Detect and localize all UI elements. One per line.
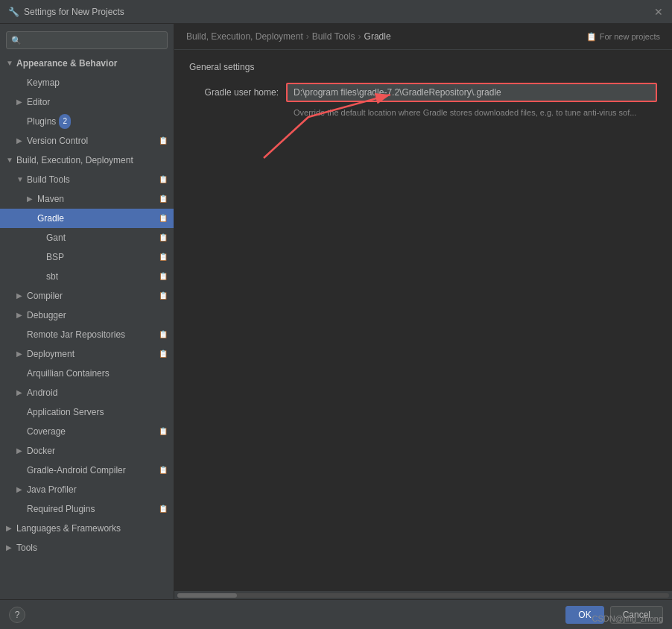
sidebar-item-maven[interactable]: Maven📋 <box>0 189 174 209</box>
close-button[interactable]: ✕ <box>654 6 663 18</box>
content-scrollbar[interactable] <box>174 590 672 599</box>
breadcrumb-sep-2: › <box>358 31 361 42</box>
sidebar-item-coverage[interactable]: Coverage📋 <box>0 422 174 441</box>
sidebar-item-gant[interactable]: Gant📋 <box>0 228 174 247</box>
hint-icon: 📋 <box>586 32 597 42</box>
arrow-icon <box>16 95 25 110</box>
bottom-bar: ? OK Cancel CSDN@jing_zhong <box>0 599 672 629</box>
sidebar-item-tools[interactable]: Tools <box>0 538 174 557</box>
sidebar-item-label: Tools <box>16 540 37 555</box>
title-bar-text: Settings for New Projects <box>24 7 124 17</box>
search-input[interactable] <box>25 35 162 45</box>
copy-icon: 📋 <box>159 269 168 284</box>
sidebar-item-sbt[interactable]: sbt📋 <box>0 267 174 286</box>
copy-icon: 📋 <box>159 463 168 478</box>
sidebar-item-version-control[interactable]: Version Control📋 <box>0 131 174 151</box>
sidebar-item-compiler[interactable]: Compiler📋 <box>0 286 174 306</box>
sidebar-item-keymap[interactable]: Keymap <box>0 73 174 92</box>
sidebar-item-label: Keymap <box>27 75 60 90</box>
sidebar-item-languages-frameworks[interactable]: Languages & Frameworks <box>0 519 174 538</box>
sidebar-item-label: Build, Execution, Deployment <box>16 153 133 168</box>
sidebar-item-label: Version Control <box>27 133 88 148</box>
sidebar-item-label: Compiler <box>27 288 63 303</box>
scrollbar-track <box>177 593 669 598</box>
sidebar-item-gradle[interactable]: Gradle📋 <box>0 209 174 228</box>
sidebar-item-editor[interactable]: Editor <box>0 92 174 112</box>
sidebar-item-bsp[interactable]: BSP📋 <box>0 247 174 267</box>
search-box[interactable]: 🔍 <box>6 31 168 49</box>
gradle-user-home-input-wrapper <box>286 83 657 102</box>
badge: 2 <box>59 114 71 129</box>
sidebar-item-docker[interactable]: Docker <box>0 441 174 461</box>
sidebar-item-label: Maven <box>37 192 64 206</box>
sidebar-item-remote-jar-repositories[interactable]: Remote Jar Repositories📋 <box>0 325 174 344</box>
breadcrumb-hint: 📋 For new projects <box>586 32 660 42</box>
sidebar-item-build-tools[interactable]: Build Tools📋 <box>0 170 174 189</box>
breadcrumb-part-1: Build, Execution, Deployment <box>186 31 303 42</box>
sidebar-item-application-servers[interactable]: Application Servers <box>0 402 174 422</box>
sidebar-item-deployment[interactable]: Deployment📋 <box>0 344 174 364</box>
cancel-button[interactable]: Cancel <box>610 606 663 624</box>
sidebar-item-label: Editor <box>27 95 50 110</box>
sidebar-item-label: Build Tools <box>27 172 70 187</box>
arrow-icon <box>16 288 25 303</box>
sidebar-item-label: Gradle <box>37 211 64 226</box>
copy-icon: 📋 <box>159 211 168 226</box>
help-button[interactable]: ? <box>9 607 25 623</box>
annotation-arrow-svg <box>174 50 672 199</box>
breadcrumb: Build, Execution, Deployment › Build Too… <box>174 24 672 50</box>
sidebar-item-label: Languages & Frameworks <box>16 521 121 536</box>
arrow-icon <box>6 153 15 168</box>
copy-icon: 📋 <box>159 250 168 265</box>
app-icon: 🔧 <box>7 6 19 18</box>
copy-icon: 📋 <box>159 502 168 516</box>
sidebar-item-label: Appearance & Behavior <box>16 56 117 71</box>
gradle-user-home-input[interactable] <box>286 83 657 102</box>
sidebar-item-android[interactable]: Android <box>0 383 174 402</box>
sidebar-item-label: BSP <box>46 250 64 265</box>
arrow-icon <box>16 308 25 323</box>
section-title: General settings <box>189 62 657 72</box>
gradle-user-home-label: Gradle user home: <box>189 87 286 98</box>
sidebar-item-label: Plugins <box>27 114 56 129</box>
sidebar-item-plugins[interactable]: Plugins2 <box>0 112 174 131</box>
copy-icon: 📋 <box>159 347 168 361</box>
sidebar-item-required-plugins[interactable]: Required Plugins📋 <box>0 499 174 519</box>
sidebar-item-gradle-android-compiler[interactable]: Gradle-Android Compiler📋 <box>0 461 174 480</box>
arrow-icon <box>27 192 36 206</box>
sidebar-item-label: Coverage <box>27 424 66 439</box>
arrow-icon <box>16 443 25 458</box>
sidebar-item-label: Arquillian Containers <box>27 366 110 381</box>
arrow-icon <box>16 482 25 497</box>
sidebar-item-label: Required Plugins <box>27 502 95 516</box>
sidebar-item-build-execution-deployment[interactable]: Build, Execution, Deployment <box>0 151 174 170</box>
sidebar-item-label: Android <box>27 385 57 400</box>
ok-button[interactable]: OK <box>565 606 603 624</box>
arrow-icon <box>6 56 15 71</box>
sidebar-items: Appearance & BehaviorKeymapEditorPlugins… <box>0 54 174 557</box>
sidebar-item-label: Java Profiler <box>27 482 77 497</box>
copy-icon: 📋 <box>159 327 168 342</box>
arrow-icon <box>16 385 25 400</box>
sidebar-item-label: sbt <box>46 269 58 284</box>
gradle-user-home-hint: Override the default location where Grad… <box>294 108 657 117</box>
arrow-icon <box>16 172 25 187</box>
scrollbar-thumb <box>177 593 237 598</box>
sidebar-item-label: Remote Jar Repositories <box>27 327 125 342</box>
sidebar-item-arquillian-containers[interactable]: Arquillian Containers <box>0 364 174 383</box>
copy-icon: 📋 <box>159 133 168 148</box>
sidebar-item-label: Debugger <box>27 308 66 323</box>
content-area: Build, Execution, Deployment › Build Too… <box>174 24 672 599</box>
arrow-icon <box>16 347 25 361</box>
sidebar-item-java-profiler[interactable]: Java Profiler <box>0 480 174 499</box>
sidebar-item-label: Application Servers <box>27 405 104 420</box>
sidebar-item-label: Deployment <box>27 347 75 361</box>
sidebar-item-label: Gant <box>46 230 66 245</box>
sidebar-item-label: Gradle-Android Compiler <box>27 463 126 478</box>
sidebar: 🔍 Appearance & BehaviorKeymapEditorPlugi… <box>0 24 174 599</box>
sidebar-item-appearance-behavior[interactable]: Appearance & Behavior <box>0 54 174 73</box>
sidebar-item-debugger[interactable]: Debugger <box>0 306 174 325</box>
copy-icon: 📋 <box>159 288 168 303</box>
sidebar-item-label: Docker <box>27 443 55 458</box>
copy-icon: 📋 <box>159 172 168 187</box>
